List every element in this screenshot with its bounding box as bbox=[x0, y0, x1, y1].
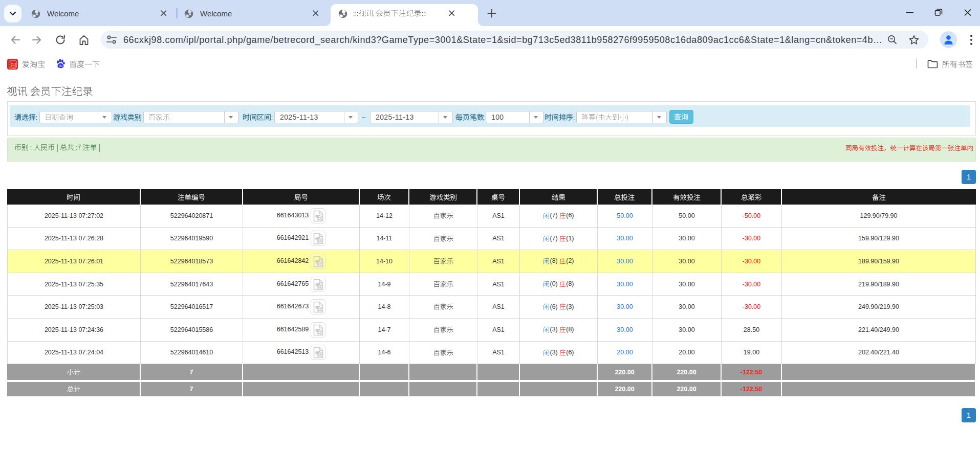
svg-text:du: du bbox=[59, 64, 63, 68]
